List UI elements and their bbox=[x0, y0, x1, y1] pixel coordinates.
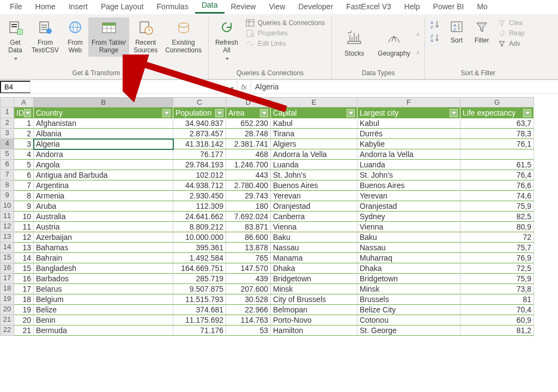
cell[interactable]: Antigua and Barbuda bbox=[34, 170, 173, 180]
cell[interactable]: Bahrain bbox=[34, 253, 173, 263]
cell[interactable]: Manama bbox=[271, 253, 357, 263]
filter-dropdown-icon[interactable] bbox=[347, 109, 355, 117]
cell[interactable]: St. John's bbox=[357, 170, 460, 180]
cell[interactable]: 2.780.400 bbox=[226, 180, 271, 191]
cell[interactable]: 1.492.584 bbox=[173, 253, 226, 263]
cell[interactable]: 53 bbox=[226, 325, 271, 336]
cell[interactable]: 765 bbox=[226, 253, 271, 263]
cell[interactable]: Baku bbox=[271, 232, 357, 243]
cell[interactable]: 71.176 bbox=[173, 325, 226, 336]
tab-file[interactable]: File bbox=[3, 1, 29, 14]
cell[interactable]: Aruba bbox=[34, 201, 173, 212]
cell[interactable]: 86.600 bbox=[226, 232, 271, 243]
cell[interactable]: 180 bbox=[226, 201, 271, 212]
cell[interactable]: 285.719 bbox=[173, 274, 226, 284]
from-web-button[interactable]: From Web bbox=[63, 17, 87, 57]
cell[interactable]: Muharraq bbox=[357, 253, 460, 263]
cell[interactable]: 34.940.837 bbox=[173, 118, 226, 129]
cell[interactable]: Bahamas bbox=[34, 243, 173, 253]
cell[interactable]: 13.878 bbox=[226, 243, 271, 253]
cell[interactable]: 20 bbox=[14, 315, 34, 325]
row-header[interactable]: 21 bbox=[0, 315, 14, 325]
cell[interactable]: 15 bbox=[14, 263, 34, 274]
cell[interactable]: Argentina bbox=[34, 180, 173, 191]
tab-data[interactable]: Data bbox=[195, 0, 225, 14]
cell[interactable]: 44.938.712 bbox=[173, 180, 226, 191]
filter-dropdown-icon[interactable] bbox=[450, 109, 458, 117]
cell[interactable]: Kabylie bbox=[357, 139, 460, 149]
cell[interactable]: Armenia bbox=[34, 191, 173, 201]
cell[interactable]: 74,6 bbox=[460, 191, 534, 201]
row-header[interactable]: 10 bbox=[0, 201, 14, 212]
cell[interactable]: 11.175.692 bbox=[173, 315, 226, 325]
row-header[interactable]: 12 bbox=[0, 222, 14, 232]
cell[interactable]: 652.230 bbox=[226, 118, 271, 129]
cell[interactable]: St. George bbox=[357, 325, 460, 336]
column-header[interactable]: F bbox=[357, 97, 460, 107]
cell[interactable]: 8.809.212 bbox=[173, 222, 226, 232]
cell[interactable]: Algiers bbox=[271, 139, 357, 149]
table-header[interactable]: ID bbox=[14, 107, 34, 118]
cell[interactable]: 81,2 bbox=[460, 325, 534, 336]
tab-mo[interactable]: Mo bbox=[470, 1, 494, 14]
cell[interactable]: Belmopan bbox=[271, 305, 357, 315]
cell[interactable]: 76,9 bbox=[460, 253, 534, 263]
cell[interactable]: Vienna bbox=[357, 222, 460, 232]
row-header[interactable]: 22 bbox=[0, 325, 14, 336]
cell[interactable]: Vienna bbox=[271, 222, 357, 232]
cell[interactable]: Tirana bbox=[271, 129, 357, 139]
cell[interactable]: 11.515.793 bbox=[173, 294, 226, 305]
recent-sources-button[interactable]: Recent Sources bbox=[130, 17, 161, 57]
cell[interactable]: 5 bbox=[14, 160, 34, 170]
from-text-csv-button[interactable]: From Text/CSV bbox=[28, 17, 62, 57]
cell[interactable]: 75,9 bbox=[460, 201, 534, 212]
cell[interactable]: 76,1 bbox=[460, 139, 534, 149]
cell[interactable]: 3 bbox=[14, 139, 34, 149]
row-header[interactable]: 16 bbox=[0, 263, 14, 274]
cell[interactable]: 29.743 bbox=[226, 191, 271, 201]
cell[interactable]: Kabul bbox=[271, 118, 357, 129]
cell[interactable]: 75,7 bbox=[460, 243, 534, 253]
cell[interactable]: Hamilton bbox=[271, 325, 357, 336]
get-data-button[interactable]: + Get Data bbox=[3, 17, 27, 64]
cell[interactable]: 114.763 bbox=[226, 315, 271, 325]
cell[interactable]: Dhaka bbox=[271, 263, 357, 274]
sort-button[interactable]: AZ Sort bbox=[445, 17, 469, 47]
cell[interactable]: Buenos Aires bbox=[271, 180, 357, 191]
cell[interactable]: 1 bbox=[14, 118, 34, 129]
cell[interactable]: Benin bbox=[34, 315, 173, 325]
row-header[interactable]: 11 bbox=[0, 212, 14, 222]
cell[interactable]: 80,9 bbox=[460, 222, 534, 232]
cell[interactable]: Belize bbox=[34, 305, 173, 315]
cell[interactable]: St. John's bbox=[271, 170, 357, 180]
row-header[interactable]: 18 bbox=[0, 284, 14, 294]
cell[interactable]: 28.748 bbox=[226, 129, 271, 139]
row-header[interactable]: 20 bbox=[0, 305, 14, 315]
cell[interactable]: 4 bbox=[14, 149, 34, 160]
sort-asc-icon[interactable]: AZ bbox=[430, 20, 441, 30]
row-header[interactable]: 13 bbox=[0, 232, 14, 243]
cell[interactable]: 61,5 bbox=[460, 160, 534, 170]
cell[interactable]: 10.000.000 bbox=[173, 232, 226, 243]
cell[interactable]: Durrës bbox=[357, 129, 460, 139]
cell[interactable]: 60,9 bbox=[460, 315, 534, 325]
cell[interactable]: Baku bbox=[357, 232, 460, 243]
cell[interactable]: Albania bbox=[34, 129, 173, 139]
select-all-corner[interactable] bbox=[0, 97, 14, 107]
cell[interactable]: Luanda bbox=[357, 160, 460, 170]
cell[interactable]: Bridgetown bbox=[271, 274, 357, 284]
cell[interactable]: 443 bbox=[226, 170, 271, 180]
cell[interactable] bbox=[460, 149, 534, 160]
cell[interactable]: Oranjestad bbox=[271, 201, 357, 212]
row-header[interactable]: 2 bbox=[0, 118, 14, 129]
row-header[interactable]: 19 bbox=[0, 294, 14, 305]
cell[interactable]: 81 bbox=[460, 294, 534, 305]
cell[interactable]: Buenos Aires bbox=[357, 180, 460, 191]
stocks-button[interactable]: Stocks bbox=[335, 26, 373, 60]
cell[interactable]: 6 bbox=[14, 170, 34, 180]
cell[interactable]: Bridgetown bbox=[357, 274, 460, 284]
column-header[interactable]: A bbox=[14, 97, 34, 107]
cell[interactable]: 72,5 bbox=[460, 263, 534, 274]
existing-connections-button[interactable]: Existing Connections bbox=[162, 17, 205, 57]
cell[interactable]: 13 bbox=[14, 243, 34, 253]
